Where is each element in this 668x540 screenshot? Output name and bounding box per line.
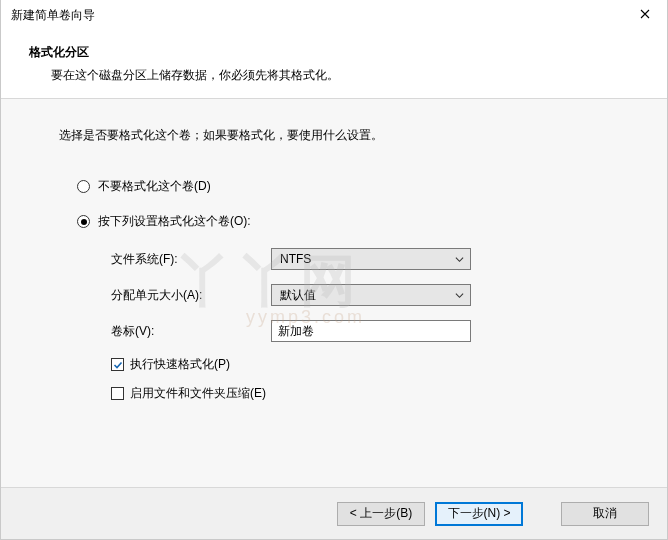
compression-label: 启用文件和文件夹压缩(E): [130, 385, 266, 402]
chevron-down-icon: [455, 291, 464, 300]
cancel-button[interactable]: 取消: [561, 502, 649, 526]
wizard-header: 格式化分区 要在这个磁盘分区上储存数据，你必须先将其格式化。: [1, 30, 667, 98]
chevron-down-icon: [455, 255, 464, 264]
radio-no-format[interactable]: 不要格式化这个卷(D): [59, 178, 635, 195]
radio-icon: [77, 180, 90, 193]
checkbox-icon: [111, 387, 124, 400]
filesystem-label: 文件系统(F):: [111, 251, 271, 268]
volume-label-row: 卷标(V):: [111, 320, 635, 342]
next-button[interactable]: 下一步(N) >: [435, 502, 523, 526]
allocation-label: 分配单元大小(A):: [111, 287, 271, 304]
format-settings-group: 文件系统(F): NTFS 分配单元大小(A): 默认值: [59, 248, 635, 342]
volume-label-label: 卷标(V):: [111, 323, 271, 340]
radio-no-format-label: 不要格式化这个卷(D): [98, 178, 211, 195]
wizard-content: 丫丫网 yymp3.com 选择是否要格式化这个卷；如果要格式化，要使用什么设置…: [1, 99, 667, 487]
titlebar: 新建简单卷向导: [1, 0, 667, 30]
radio-format-label: 按下列设置格式化这个卷(O):: [98, 213, 251, 230]
header-description: 要在这个磁盘分区上储存数据，你必须先将其格式化。: [29, 67, 667, 84]
instruction-text: 选择是否要格式化这个卷；如果要格式化，要使用什么设置。: [59, 127, 635, 144]
allocation-row: 分配单元大小(A): 默认值: [111, 284, 635, 306]
quick-format-checkbox[interactable]: 执行快速格式化(P): [59, 356, 635, 373]
filesystem-row: 文件系统(F): NTFS: [111, 248, 635, 270]
allocation-value: 默认值: [280, 287, 316, 304]
filesystem-value: NTFS: [280, 252, 311, 266]
back-button[interactable]: < 上一步(B): [337, 502, 425, 526]
radio-format-with-settings[interactable]: 按下列设置格式化这个卷(O):: [59, 213, 635, 230]
close-button[interactable]: [622, 0, 667, 30]
compression-checkbox[interactable]: 启用文件和文件夹压缩(E): [59, 385, 635, 402]
wizard-footer: < 上一步(B) 下一步(N) > 取消: [1, 487, 667, 539]
next-button-label: 下一步(N) >: [448, 505, 511, 522]
quick-format-label: 执行快速格式化(P): [130, 356, 230, 373]
checkbox-icon: [111, 358, 124, 371]
filesystem-select[interactable]: NTFS: [271, 248, 471, 270]
window-title: 新建简单卷向导: [11, 7, 95, 24]
back-button-label: < 上一步(B): [350, 505, 412, 522]
radio-icon: [77, 215, 90, 228]
allocation-select[interactable]: 默认值: [271, 284, 471, 306]
wizard-window: 新建简单卷向导 格式化分区 要在这个磁盘分区上储存数据，你必须先将其格式化。 丫…: [0, 0, 668, 540]
cancel-button-label: 取消: [593, 505, 617, 522]
close-icon: [640, 8, 650, 22]
volume-label-input[interactable]: [271, 320, 471, 342]
header-title: 格式化分区: [29, 44, 667, 61]
